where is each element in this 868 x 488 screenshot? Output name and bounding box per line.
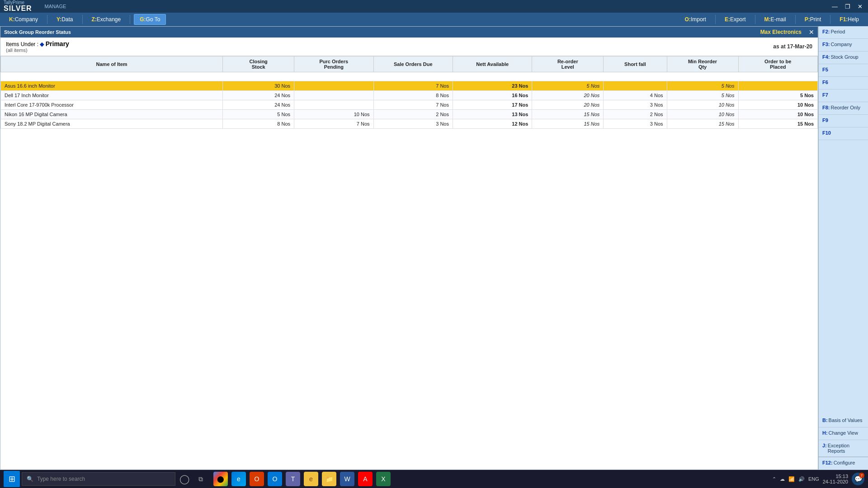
search-icon: 🔍 bbox=[27, 476, 33, 482]
menu-print[interactable]: P:Print bbox=[799, 14, 827, 24]
right-panel: F2:Period F3:Company F4:Stock Group F5 F… bbox=[818, 26, 868, 470]
items-under-symbol: ◆ bbox=[40, 41, 45, 47]
right-panel-f4[interactable]: F4:Stock Group bbox=[819, 52, 868, 64]
table-row[interactable]: Dell 17 Inch Monitor 24 Nos 8 Nos 16 Nos… bbox=[1, 91, 818, 100]
cell-sale: 2 Nos bbox=[373, 110, 453, 119]
right-panel-bottom: F12:Configure bbox=[819, 457, 868, 470]
items-under-line: Items Under : ◆ Primary bbox=[6, 40, 69, 47]
manage-label: MANAGE bbox=[45, 4, 66, 9]
cell-nett: 17 Nos bbox=[453, 100, 532, 110]
cell-minreorder: 10 Nos bbox=[667, 100, 738, 110]
menu-import[interactable]: O:Import bbox=[679, 14, 712, 24]
cell-shortfall: 2 Nos bbox=[604, 110, 667, 119]
all-items-label: (all items) bbox=[6, 47, 69, 53]
taskbar: ⊞ 🔍 Type here to search ◯ ⧉ ⬤ e O O T e … bbox=[0, 470, 868, 488]
notification-button[interactable]: 💬 7 bbox=[852, 473, 864, 485]
table-row[interactable]: Asus 16.6 inch Monitor 30 Nos 7 Nos 23 N… bbox=[1, 81, 818, 91]
tally-silver-label: SILVER bbox=[4, 5, 32, 12]
right-panel-f8[interactable]: F8:Reorder Only bbox=[819, 102, 868, 115]
right-panel-f10: F10 bbox=[819, 127, 868, 140]
office-icon[interactable]: O bbox=[250, 472, 264, 486]
chrome-icon[interactable]: ⬤ bbox=[213, 472, 228, 486]
cell-orderto: 5 Nos bbox=[738, 91, 818, 100]
menu-exchange[interactable]: Z:Exchange bbox=[86, 14, 127, 24]
th-minreorder: Min ReorderQty bbox=[667, 56, 738, 72]
cell-sale: 3 Nos bbox=[373, 119, 453, 129]
cell-sale: 8 Nos bbox=[373, 91, 453, 100]
right-panel-spacer bbox=[819, 140, 868, 415]
th-nett: Nett Available bbox=[453, 56, 532, 72]
menu-email[interactable]: M:E-mail bbox=[759, 14, 792, 24]
window-close-button[interactable]: ✕ bbox=[809, 28, 814, 36]
menu-company[interactable]: K:Company bbox=[4, 14, 43, 24]
cell-orderto bbox=[738, 81, 818, 91]
right-panel-f3[interactable]: F3:Company bbox=[819, 39, 868, 52]
th-shortfall: Short fall bbox=[604, 56, 667, 72]
cell-closing: 8 Nos bbox=[223, 119, 294, 129]
taskbar-apps: ⬤ e O O T e 📁 W A X bbox=[213, 472, 391, 486]
cell-orderto: 10 Nos bbox=[738, 110, 818, 119]
cell-reorder: 20 Nos bbox=[532, 100, 604, 110]
menu-data[interactable]: Y:Data bbox=[51, 14, 78, 24]
explorer-icon[interactable]: e bbox=[304, 472, 318, 486]
taskbar-up-arrow: ⌃ bbox=[772, 476, 776, 482]
cortana-icon[interactable]: ◯ bbox=[177, 472, 192, 486]
maximize-button[interactable]: ❐ bbox=[843, 3, 852, 10]
start-button[interactable]: ⊞ bbox=[4, 471, 20, 487]
menu-separator-3 bbox=[130, 15, 130, 24]
outlook-icon[interactable]: O bbox=[268, 472, 282, 486]
cell-closing: 24 Nos bbox=[223, 91, 294, 100]
taskbar-date: 24-11-2020 bbox=[823, 479, 848, 484]
cell-reorder: 15 Nos bbox=[532, 119, 604, 129]
minimize-button[interactable]: — bbox=[830, 3, 840, 10]
menu-goto[interactable]: G:Go To bbox=[134, 14, 166, 25]
right-panel-f5: F5 bbox=[819, 64, 868, 77]
menu-help[interactable]: F1:Help bbox=[834, 14, 864, 24]
word-icon[interactable]: W bbox=[340, 472, 354, 486]
taskview-icon[interactable]: ⧉ bbox=[193, 472, 208, 486]
menu-export[interactable]: E:Export bbox=[719, 14, 751, 24]
cell-reorder: 15 Nos bbox=[532, 110, 604, 119]
taskbar-time: 15:13 bbox=[823, 474, 848, 479]
teams-icon[interactable]: T bbox=[286, 472, 300, 486]
cell-nett: 12 Nos bbox=[453, 119, 532, 129]
right-panel-f2[interactable]: F2:Period bbox=[819, 26, 868, 39]
cell-reorder: 5 Nos bbox=[532, 81, 604, 91]
menu-bar: K:Company Y:Data Z:Exchange G:Go To O:Im… bbox=[0, 13, 868, 26]
table-header-row: Name of Item ClosingStock Purc OrdersPen… bbox=[1, 56, 818, 72]
right-panel-change-view[interactable]: H:Change View bbox=[819, 427, 868, 440]
taskbar-search[interactable]: 🔍 Type here to search bbox=[22, 472, 175, 486]
items-under-value: Primary bbox=[46, 40, 69, 47]
cell-minreorder: 10 Nos bbox=[667, 110, 738, 119]
notification-badge: 7 bbox=[859, 473, 864, 478]
edge-icon[interactable]: e bbox=[231, 472, 246, 486]
th-purc: Purc OrdersPending bbox=[294, 56, 373, 72]
excel-icon[interactable]: X bbox=[376, 472, 391, 486]
cell-shortfall: 4 Nos bbox=[604, 91, 667, 100]
th-closing: ClosingStock bbox=[223, 56, 294, 72]
items-under-label: Items Under : bbox=[6, 41, 38, 47]
cell-minreorder: 15 Nos bbox=[667, 119, 738, 129]
menu-separator-7 bbox=[830, 15, 830, 24]
main-panel: Stock Group Reorder Status Max Electroni… bbox=[0, 26, 818, 470]
cell-nett: 23 Nos bbox=[453, 81, 532, 91]
close-button[interactable]: ✕ bbox=[856, 3, 864, 10]
table-row[interactable]: Sony 18.2 MP Digital Camera 8 Nos 7 Nos … bbox=[1, 119, 818, 129]
cell-shortfall: 3 Nos bbox=[604, 119, 667, 129]
menu-separator-5 bbox=[755, 15, 755, 24]
search-placeholder: Type here to search bbox=[37, 476, 85, 482]
right-panel-f9: F9 bbox=[819, 115, 868, 127]
cell-name: Sony 18.2 MP Digital Camera bbox=[1, 119, 223, 129]
table-row[interactable]: Nikon 16 MP Digital Camera 5 Nos 10 Nos … bbox=[1, 110, 818, 119]
acrobat-icon[interactable]: A bbox=[358, 472, 373, 486]
folder-icon[interactable]: 📁 bbox=[322, 472, 336, 486]
right-panel-basis-values[interactable]: B:Basis of Values bbox=[819, 415, 868, 427]
right-panel-exception-reports[interactable]: J:Exception Reports bbox=[819, 440, 868, 457]
table-row[interactable]: Interl Core 17-9700k Processor 24 Nos 7 … bbox=[1, 100, 818, 110]
taskbar-time-date: 15:13 24-11-2020 bbox=[823, 474, 848, 484]
th-sale: Sale Orders Due bbox=[373, 56, 453, 72]
right-panel-f7: F7 bbox=[819, 89, 868, 102]
right-panel-f12[interactable]: F12:Configure bbox=[819, 457, 868, 470]
taskbar-volume-icon: 🔊 bbox=[798, 476, 805, 482]
menu-separator-4 bbox=[715, 15, 716, 24]
